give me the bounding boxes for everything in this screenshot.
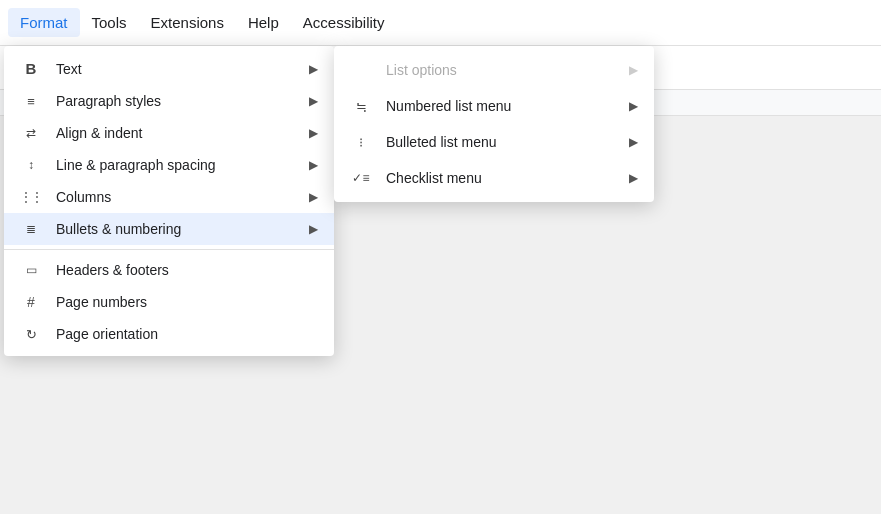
submenu-label-numbered: Numbered list menu xyxy=(386,98,615,114)
dropdown-item-paragraph[interactable]: ≡ Paragraph styles ▶ xyxy=(4,85,334,117)
spacing-arrow: ▶ xyxy=(309,158,318,172)
text-icon: B xyxy=(20,60,42,77)
submenu-item-list-options[interactable]: List options ▶ xyxy=(334,52,654,88)
bullets-arrow: ▶ xyxy=(309,222,318,236)
bullets-icon: ≣ xyxy=(20,222,42,236)
align-arrow: ▶ xyxy=(309,126,318,140)
headers-icon: ▭ xyxy=(20,263,42,277)
menu-item-help[interactable]: Help xyxy=(236,8,291,37)
paragraph-arrow: ▶ xyxy=(309,94,318,108)
dropdown-label-spacing: Line & paragraph spacing xyxy=(56,157,295,173)
dropdown-label-columns: Columns xyxy=(56,189,295,205)
dropdown-separator xyxy=(4,249,334,250)
dropdown-label-paragraph: Paragraph styles xyxy=(56,93,295,109)
checklist-icon: ✓≡ xyxy=(350,171,372,185)
bulleted-arrow: ▶ xyxy=(629,135,638,149)
menu-bar: Format Tools Extensions Help Accessibili… xyxy=(0,0,881,46)
menu-item-accessibility[interactable]: Accessibility xyxy=(291,8,397,37)
dropdown-item-page-numbers[interactable]: # Page numbers xyxy=(4,286,334,318)
numbered-arrow: ▶ xyxy=(629,99,638,113)
dropdown-item-headers[interactable]: ▭ Headers & footers xyxy=(4,254,334,286)
submenu-label-checklist: Checklist menu xyxy=(386,170,615,186)
dropdown-label-align: Align & indent xyxy=(56,125,295,141)
dropdown-item-columns[interactable]: ⋮⋮ Columns ▶ xyxy=(4,181,334,213)
submenu-label-list-options: List options xyxy=(350,62,615,78)
text-arrow: ▶ xyxy=(309,62,318,76)
dropdown-item-align[interactable]: ⇄ Align & indent ▶ xyxy=(4,117,334,149)
menu-item-extensions[interactable]: Extensions xyxy=(139,8,236,37)
dropdown-label-page-numbers: Page numbers xyxy=(56,294,318,310)
dropdown-label-headers: Headers & footers xyxy=(56,262,318,278)
dropdown-item-bullets[interactable]: ≣ Bullets & numbering ▶ xyxy=(4,213,334,245)
paragraph-icon: ≡ xyxy=(20,94,42,109)
dropdown-label-page-orientation: Page orientation xyxy=(56,326,318,342)
submenu-item-bulleted-list[interactable]: ⁝ Bulleted list menu ▶ xyxy=(334,124,654,160)
columns-icon: ⋮⋮ xyxy=(20,190,42,204)
align-icon: ⇄ xyxy=(20,126,42,140)
menu-item-tools[interactable]: Tools xyxy=(80,8,139,37)
dropdown-label-text: Text xyxy=(56,61,295,77)
submenu-item-checklist[interactable]: ✓≡ Checklist menu ▶ xyxy=(334,160,654,196)
dropdown-item-text[interactable]: B Text ▶ xyxy=(4,52,334,85)
checklist-arrow: ▶ xyxy=(629,171,638,185)
columns-arrow: ▶ xyxy=(309,190,318,204)
submenu-label-bulleted: Bulleted list menu xyxy=(386,134,615,150)
numbered-list-icon: ≒ xyxy=(350,99,372,114)
dropdown-item-page-orientation[interactable]: ↻ Page orientation xyxy=(4,318,334,350)
dropdown-item-spacing[interactable]: ↕ Line & paragraph spacing ▶ xyxy=(4,149,334,181)
submenu-item-numbered-list[interactable]: ≒ Numbered list menu ▶ xyxy=(334,88,654,124)
page-orientation-icon: ↻ xyxy=(20,327,42,342)
dropdown-label-bullets: Bullets & numbering xyxy=(56,221,295,237)
format-dropdown: B Text ▶ ≡ Paragraph styles ▶ ⇄ Align & … xyxy=(4,46,334,356)
spacing-icon: ↕ xyxy=(20,158,42,172)
menu-item-format[interactable]: Format xyxy=(8,8,80,37)
page-numbers-icon: # xyxy=(20,294,42,310)
list-options-arrow: ▶ xyxy=(629,63,638,77)
bullets-submenu: List options ▶ ≒ Numbered list menu ▶ ⁝ … xyxy=(334,46,654,202)
bulleted-list-icon: ⁝ xyxy=(350,135,372,150)
